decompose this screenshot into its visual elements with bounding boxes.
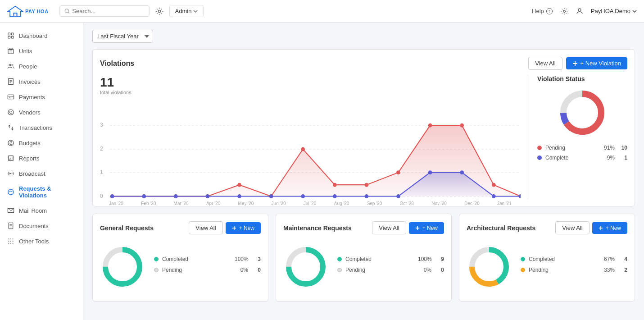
logo: PAY HOA [7,5,49,18]
general-donut [100,244,145,289]
sidebar-item-people[interactable]: People [0,59,83,74]
architectural-requests-btns: View All + New [555,221,627,234]
svg-rect-1 [14,13,17,16]
help-icon: ? [546,8,553,15]
svg-point-46 [8,243,9,244]
sidebar-label-dashboard: Dashboard [19,32,48,39]
svg-point-85 [492,194,496,198]
new-maintenance-button[interactable]: + New [409,222,444,234]
general-requests-title: General Requests [100,224,154,232]
svg-point-63 [237,183,241,187]
architectural-legend: Completed 67% 4 Pending 33% 2 [521,256,627,278]
sidebar-item-reports[interactable]: Reports [0,151,83,166]
violations-title: Violations [100,59,134,68]
sidebar-item-dashboard[interactable]: Dashboard [0,28,83,43]
view-all-general-button[interactable]: View All [189,221,222,234]
maintenance-pending-dot [337,268,342,272]
date-select[interactable]: Last Fiscal Year This Fiscal Year Last 1… [92,30,153,43]
svg-point-78 [269,194,273,198]
svg-text:0: 0 [100,193,103,199]
sidebar-item-documents[interactable]: Documents [0,218,83,233]
status-title: Violation Status [537,75,627,82]
admin-button[interactable]: Admin [169,5,204,17]
svg-rect-10 [11,33,14,35]
sidebar-item-mailroom[interactable]: Mail Room [0,203,83,218]
svg-point-67 [365,183,369,187]
gear-icon[interactable] [560,7,568,15]
architectural-completed-dot [521,257,525,261]
sidebar-label-mailroom: Mail Room [19,207,47,214]
sidebar-item-units[interactable]: Units [0,43,83,59]
svg-point-4 [158,10,160,12]
architectural-requests-header: Architectural Requests View All + New [467,221,627,234]
maintenance-requests-header: Maintenance Requests View All + New [283,221,444,234]
search-input[interactable] [72,8,144,14]
sidebar-item-payments[interactable]: Payments [0,89,83,105]
svg-point-69 [428,123,432,128]
people-icon [7,63,14,70]
view-all-maintenance-button[interactable]: View All [372,221,406,234]
svg-point-43 [8,241,9,242]
user-menu[interactable]: PayHOA Demo [591,8,637,14]
documents-icon [7,222,14,229]
chart-area: 11 total violations 0 1 2 3 [100,75,528,199]
maintenance-donut [283,244,328,289]
svg-point-71 [492,183,496,187]
svg-text:3: 3 [100,122,103,128]
sidebar-item-invoices[interactable]: Invoices [0,74,83,89]
svg-rect-14 [9,48,13,50]
view-all-architectural-button[interactable]: View All [555,221,589,234]
help-link[interactable]: Help ? [532,8,553,15]
sidebar-item-broadcast[interactable]: Broadcast [0,166,83,181]
svg-point-73 [110,194,114,198]
architectural-pending-item: Pending 33% 2 [521,267,627,273]
general-completed-dot [154,257,159,261]
sidebar-label-units: Units [19,48,32,55]
sidebar-label-broadcast: Broadcast [19,170,45,177]
architectural-donut [467,244,512,289]
budgets-icon [7,139,14,146]
sidebar-item-othertools[interactable]: Other Tools [0,233,83,249]
sidebar-item-requests[interactable]: Requests & Violations [0,181,83,203]
general-requests-header: General Requests View All + New [100,221,261,234]
svg-point-7 [563,10,566,12]
sidebar-item-transactions[interactable]: Transactions [0,120,83,135]
architectural-requests-card: Architectural Requests View All + New [459,214,635,302]
violations-donut [537,88,627,137]
general-requests-card: General Requests View All + New [92,214,268,302]
vendors-icon [7,109,14,116]
new-violation-button[interactable]: + New Violation [566,57,627,69]
search-box[interactable] [59,5,150,17]
broadcast-icon [7,170,14,177]
invoices-icon [7,78,14,85]
legend-complete: Complete 9% 1 [537,155,627,161]
svg-text:1: 1 [100,169,103,175]
sidebar-label-payments: Payments [19,94,45,101]
svg-point-18 [12,64,13,66]
legend-pending: Pending 91% 10 [537,145,627,151]
view-all-violations-button[interactable]: View All [528,57,562,70]
general-pending-dot [154,268,159,272]
sidebar-label-reports: Reports [19,155,40,162]
new-general-button[interactable]: + New [226,222,261,234]
svg-point-79 [301,194,305,198]
sidebar-label-vendors: Vendors [19,109,41,116]
user-icon[interactable] [576,7,584,15]
sidebar-item-vendors[interactable]: Vendors [0,105,83,120]
maintenance-requests-title: Maintenance Requests [283,224,352,232]
svg-point-8 [578,9,581,11]
violations-header-btns: View All + New Violation [528,57,627,70]
transactions-icon [7,124,14,131]
new-architectural-button[interactable]: + New [592,222,627,234]
maintenance-legend: Completed 100% 9 Pending 0% 0 [337,256,444,278]
svg-point-26 [8,110,14,115]
svg-point-17 [9,64,11,66]
svg-point-84 [460,170,464,174]
svg-marker-0 [8,6,23,16]
sidebar-item-budgets[interactable]: Budgets [0,135,83,151]
maintenance-requests-card: Maintenance Requests View All + New [276,214,452,302]
general-legend: Completed 100% 3 Pending 0% 0 [154,256,261,278]
general-requests-body: Completed 100% 3 Pending 0% 0 [100,240,261,294]
svg-text:2: 2 [100,146,103,152]
settings-icon[interactable] [155,7,164,16]
